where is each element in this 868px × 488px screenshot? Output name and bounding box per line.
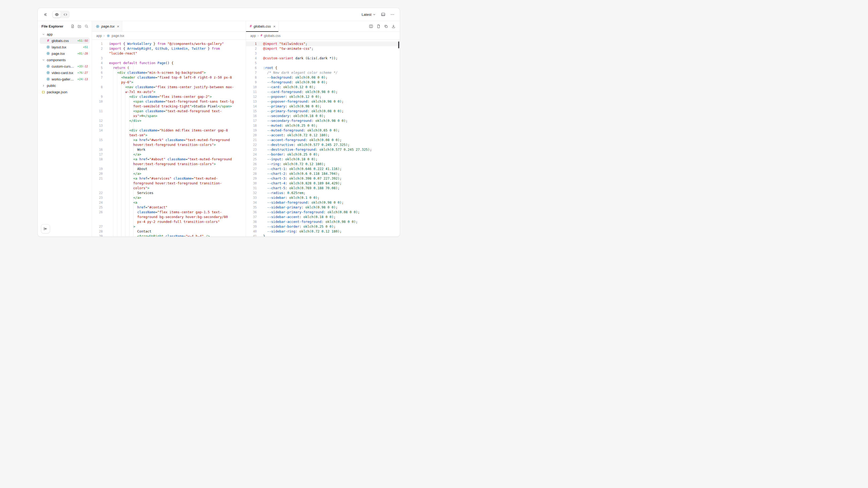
- line-number: 11: [246, 90, 257, 94]
- line-number: 16: [246, 113, 257, 119]
- code-text: --sidebar-accent-foreground: oklch(0.98 …: [263, 219, 400, 224]
- editor-split: page.tsx × app › page.tsx 1import { Work…: [92, 21, 400, 237]
- split-editor-button[interactable]: [369, 24, 373, 28]
- scrollbar-thumb[interactable]: [398, 41, 399, 48]
- code-text: About: [109, 166, 246, 171]
- copy-code-button[interactable]: [384, 24, 388, 28]
- code-text: --border: oklch(0.25 0 0);: [263, 152, 400, 157]
- tree-file-custom-curs[interactable]: custom-curs…+33/-12: [40, 63, 90, 69]
- code-text: --chart-5: oklch(0.769 0.188 70.08);: [263, 186, 400, 191]
- line-number: 17: [92, 152, 103, 157]
- split-columns-icon: [369, 24, 373, 28]
- open-file-button[interactable]: [376, 24, 380, 28]
- line-number: 25: [92, 205, 103, 210]
- search-files-button[interactable]: [85, 24, 89, 28]
- code-text: --sidebar-accent: oklch(0.18 0 0);: [263, 215, 400, 219]
- line-number: 4: [92, 61, 103, 65]
- line-number: 29: [246, 176, 257, 181]
- close-tab-button[interactable]: ×: [273, 24, 276, 28]
- file-name: custom-curs…: [52, 64, 76, 68]
- line-number: 23: [92, 195, 103, 200]
- file-name: globals.css: [52, 39, 76, 43]
- code-line-25: 25href="#contact": [92, 205, 246, 210]
- close-tab-button[interactable]: ×: [117, 24, 119, 28]
- eye-icon: [55, 12, 59, 17]
- code-mode-button[interactable]: [61, 11, 69, 18]
- toolbar: Latest: [38, 8, 400, 21]
- code-line-18: 18<a href="#about" className="text-muted…: [92, 157, 246, 166]
- code-line-37: 37--sidebar-accent: oklch(0.18 0 0);: [246, 215, 400, 219]
- collapse-panel-button[interactable]: [41, 11, 49, 18]
- code-text: --card-foreground: oklch(0.98 0 0);: [263, 90, 400, 94]
- code-line-22: 22Services: [92, 191, 246, 195]
- code-area-left[interactable]: 1import { WorksGallery } from "@/compone…: [92, 40, 246, 237]
- code-text: import { ArrowUpRight, Github, Linkedin,…: [109, 46, 246, 56]
- new-file-button[interactable]: [71, 24, 74, 28]
- line-number: 6: [92, 70, 103, 75]
- line-number: 2: [246, 46, 257, 51]
- code-line-26: 26--ring: oklch(0.72 0.12 180);: [246, 162, 400, 166]
- code-line-14: 14<div className="hidden md:flex items-c…: [92, 128, 246, 138]
- code-text: --muted: oklch(0.25 0 0);: [263, 123, 400, 128]
- tree-file-works-galler[interactable]: works-galler…+24/-13: [40, 76, 90, 82]
- code-text: <a href="#about" className="text-muted-f…: [109, 157, 246, 166]
- code-line-2: 2import { ArrowUpRight, Github, Linkedin…: [92, 46, 246, 56]
- tree-file-page.tsx[interactable]: page.tsx+81/-28: [40, 50, 90, 57]
- ellipsis-icon: [391, 12, 395, 17]
- tab-label: page.tsx: [101, 24, 115, 28]
- code-text: href="#contact": [109, 205, 246, 210]
- tab-globals-css[interactable]: # globals.css ×: [246, 21, 279, 32]
- css-file-icon: #: [260, 34, 262, 37]
- download-button[interactable]: [392, 24, 396, 28]
- line-number: 15: [92, 138, 103, 147]
- code-line-10: 10<span className="text-foreground font-…: [92, 99, 246, 109]
- code-text: <span className="text-foreground font-sa…: [109, 99, 246, 109]
- code-text: --popover: oklch(0.12 0 0);: [263, 94, 400, 99]
- css-file-icon: #: [250, 25, 252, 28]
- code-line-29: 29<ArrowUpRight className="w-4 h-4" />: [92, 234, 246, 237]
- line-number: 13: [92, 123, 103, 128]
- breadcrumb-file[interactable]: page.tsx: [112, 34, 124, 38]
- file-explorer-header: File Explorer: [40, 24, 90, 31]
- preview-mode-button[interactable]: [53, 11, 61, 18]
- line-number: 36: [246, 210, 257, 215]
- tree-folder-public[interactable]: public: [40, 82, 90, 89]
- code-text: @import "tailwindcss";: [263, 41, 400, 46]
- panel-bottom-button[interactable]: [379, 11, 387, 18]
- code-text: --ring: oklch(0.72 0.12 180);: [263, 162, 400, 166]
- version-dropdown[interactable]: Latest: [360, 11, 378, 18]
- tabstrip-right: # globals.css ×: [246, 21, 400, 32]
- breadcrumb-file[interactable]: globals.css: [264, 34, 280, 38]
- file-name: layout.tsx: [52, 45, 81, 49]
- code-text: <span className="text-muted-foreground t…: [109, 109, 246, 119]
- code-line-27: 27--chart-1: oklch(0.646 0.222 41.116);: [246, 166, 400, 171]
- code-line-41: 41}: [246, 234, 400, 237]
- line-number: 14: [246, 104, 257, 109]
- collapse-sidebar-button[interactable]: [41, 224, 50, 233]
- tree-file-globals.css[interactable]: #globals.css+51/-50: [40, 37, 90, 44]
- breadcrumb-folder[interactable]: app: [96, 34, 102, 38]
- new-folder-button[interactable]: [78, 24, 82, 28]
- tree-folder-app[interactable]: app: [40, 31, 90, 37]
- code-text: <a href="#services" className="text-mute…: [109, 176, 246, 191]
- tab-page-tsx[interactable]: page.tsx ×: [92, 21, 122, 32]
- tree-folder-components[interactable]: components: [40, 57, 90, 63]
- tree-file-package.json[interactable]: {}package.json: [40, 89, 90, 95]
- code-line-6: 6:root {: [246, 65, 400, 70]
- code-line-20: 20--accent: oklch(0.72 0.12 180);: [246, 133, 400, 138]
- main-area: File Explorer app#globals.css+51/-50layo…: [38, 21, 400, 237]
- code-text: Services: [109, 191, 246, 195]
- file-explorer: File Explorer app#globals.css+51/-50layo…: [38, 21, 92, 237]
- tree-file-video-card.tsx[interactable]: video-card.tsx+76/-27: [40, 69, 90, 76]
- code-line-19: 19--muted-foreground: oklch(0.65 0 0);: [246, 128, 400, 133]
- code-area-right[interactable]: 1@import "tailwindcss";2@import "tw-anim…: [246, 40, 400, 237]
- code-line-1: 1@import "tailwindcss";: [246, 41, 400, 46]
- chevron-right-icon: ›: [257, 34, 259, 37]
- code-text: >: [109, 224, 246, 229]
- more-options-button[interactable]: [389, 11, 396, 18]
- tree-file-layout.tsx[interactable]: layout.tsx+51: [40, 44, 90, 50]
- breadcrumb-folder[interactable]: app: [250, 34, 256, 38]
- code-line-34: 34--sidebar-foreground: oklch(0.98 0 0);: [246, 200, 400, 205]
- code-line-18: 18--muted: oklch(0.25 0 0);: [246, 123, 400, 128]
- code-line-12: 12--popover: oklch(0.12 0 0);: [246, 94, 400, 99]
